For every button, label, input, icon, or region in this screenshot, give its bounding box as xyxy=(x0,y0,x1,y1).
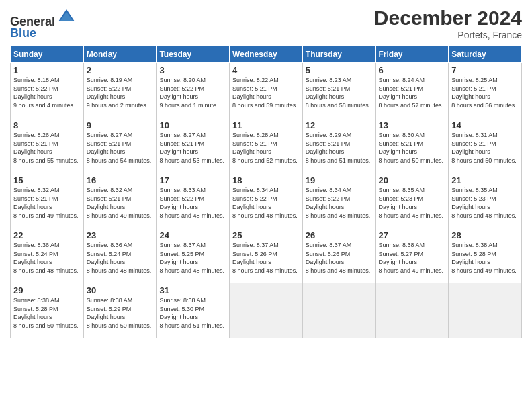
table-row: 28Sunrise: 8:38 AMSunset: 5:28 PMDayligh… xyxy=(449,228,522,283)
col-thursday: Thursday xyxy=(302,46,375,63)
table-row: 13Sunrise: 8:30 AMSunset: 5:21 PMDayligh… xyxy=(375,118,449,173)
table-row: 23Sunrise: 8:36 AMSunset: 5:24 PMDayligh… xyxy=(83,228,157,283)
calendar-table: Sunday Monday Tuesday Wednesday Thursday… xyxy=(10,46,522,338)
table-row: 16Sunrise: 8:32 AMSunset: 5:21 PMDayligh… xyxy=(83,173,157,228)
table-row: 1Sunrise: 8:18 AMSunset: 5:22 PMDaylight… xyxy=(11,63,84,118)
table-row: 3Sunrise: 8:20 AMSunset: 5:22 PMDaylight… xyxy=(157,63,230,118)
table-row: 29Sunrise: 8:38 AMSunset: 5:28 PMDayligh… xyxy=(11,283,84,338)
table-row: 31Sunrise: 8:38 AMSunset: 5:30 PMDayligh… xyxy=(157,283,230,338)
title-block: December 2024 Portets, France xyxy=(374,7,522,40)
table-row: 6Sunrise: 8:24 AMSunset: 5:21 PMDaylight… xyxy=(375,63,449,118)
table-row: 11Sunrise: 8:28 AMSunset: 5:21 PMDayligh… xyxy=(230,118,303,173)
table-row: 21Sunrise: 8:35 AMSunset: 5:23 PMDayligh… xyxy=(449,173,522,228)
table-row: 20Sunrise: 8:35 AMSunset: 5:23 PMDayligh… xyxy=(375,173,449,228)
logo-text: General xyxy=(10,7,76,29)
table-row: 25Sunrise: 8:37 AMSunset: 5:26 PMDayligh… xyxy=(230,228,303,283)
table-row: 30Sunrise: 8:38 AMSunset: 5:29 PMDayligh… xyxy=(83,283,157,338)
table-row xyxy=(449,283,522,338)
table-row: 19Sunrise: 8:34 AMSunset: 5:22 PMDayligh… xyxy=(302,173,375,228)
table-row: 26Sunrise: 8:37 AMSunset: 5:26 PMDayligh… xyxy=(302,228,375,283)
table-row xyxy=(230,283,303,338)
logo: General Blue xyxy=(10,7,76,40)
main-container: General Blue December 2024 Portets, Fran… xyxy=(0,0,532,345)
table-row: 15Sunrise: 8:32 AMSunset: 5:21 PMDayligh… xyxy=(11,173,84,228)
table-row: 8Sunrise: 8:26 AMSunset: 5:21 PMDaylight… xyxy=(11,118,84,173)
table-row: 27Sunrise: 8:38 AMSunset: 5:27 PMDayligh… xyxy=(375,228,449,283)
table-row: 4Sunrise: 8:22 AMSunset: 5:21 PMDaylight… xyxy=(230,63,303,118)
col-wednesday: Wednesday xyxy=(230,46,303,63)
month-title: December 2024 xyxy=(374,7,522,30)
table-row: 5Sunrise: 8:23 AMSunset: 5:21 PMDaylight… xyxy=(302,63,375,118)
header-row: Sunday Monday Tuesday Wednesday Thursday… xyxy=(11,46,522,63)
table-row: 24Sunrise: 8:37 AMSunset: 5:25 PMDayligh… xyxy=(157,228,230,283)
col-friday: Friday xyxy=(375,46,449,63)
header: General Blue December 2024 Portets, Fran… xyxy=(10,7,522,40)
location: Portets, France xyxy=(374,30,522,40)
table-row: 18Sunrise: 8:34 AMSunset: 5:22 PMDayligh… xyxy=(230,173,303,228)
col-tuesday: Tuesday xyxy=(157,46,230,63)
table-row: 14Sunrise: 8:31 AMSunset: 5:21 PMDayligh… xyxy=(449,118,522,173)
col-sunday: Sunday xyxy=(11,46,84,63)
col-monday: Monday xyxy=(83,46,157,63)
table-row: 9Sunrise: 8:27 AMSunset: 5:21 PMDaylight… xyxy=(83,118,157,173)
table-row: 2Sunrise: 8:19 AMSunset: 5:22 PMDaylight… xyxy=(83,63,157,118)
table-row: 22Sunrise: 8:36 AMSunset: 5:24 PMDayligh… xyxy=(11,228,84,283)
col-saturday: Saturday xyxy=(449,46,522,63)
table-row xyxy=(302,283,375,338)
table-row: 10Sunrise: 8:27 AMSunset: 5:21 PMDayligh… xyxy=(157,118,230,173)
table-row xyxy=(375,283,449,338)
table-row: 7Sunrise: 8:25 AMSunset: 5:21 PMDaylight… xyxy=(449,63,522,118)
table-row: 12Sunrise: 8:29 AMSunset: 5:21 PMDayligh… xyxy=(302,118,375,173)
table-row: 17Sunrise: 8:33 AMSunset: 5:22 PMDayligh… xyxy=(157,173,230,228)
